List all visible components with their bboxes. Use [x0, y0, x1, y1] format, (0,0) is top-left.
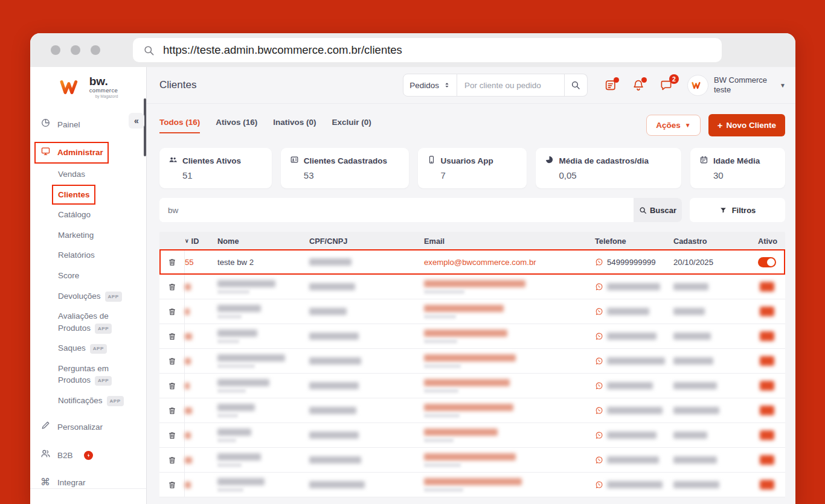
window-control-dot[interactable]	[71, 45, 80, 55]
sidebar-item-administrar[interactable]: Administrar	[30, 141, 146, 165]
sidebar-footer	[30, 488, 146, 504]
novo-cliente-button[interactable]: + Novo Cliente	[708, 114, 785, 136]
delete-button[interactable]	[159, 275, 185, 299]
bell-icon[interactable]	[632, 78, 645, 92]
updates-icon[interactable]	[604, 78, 617, 92]
cell-telefone: 54999999999	[595, 258, 673, 267]
id-card-icon	[290, 155, 299, 166]
delete-button[interactable]	[159, 324, 185, 348]
redacted-blob	[607, 357, 665, 365]
table-row[interactable]	[159, 398, 785, 423]
sidebar-item-catalogo[interactable]: Catálogo	[30, 205, 146, 225]
table-row[interactable]	[159, 349, 785, 374]
sidebar-item-relatorios[interactable]: Relatórios	[30, 245, 146, 266]
trash-icon	[168, 332, 176, 341]
redacted-blob	[673, 407, 719, 414]
address-bar[interactable]: https://teste.admin.bwcommerce.com.br/cl…	[133, 38, 722, 62]
table-row[interactable]	[159, 374, 785, 398]
sidebar-item-notificacoes[interactable]: NotificaçõesAPP	[30, 391, 146, 411]
table-row[interactable]	[159, 473, 785, 497]
cell-cadastro	[673, 481, 749, 488]
table-row[interactable]: 55teste bw 2exemplo@bwcommerce.com.br549…	[159, 250, 785, 275]
sidebar-item-clientes[interactable]: Clientes	[30, 185, 146, 205]
app-badge: APP	[95, 376, 112, 386]
whatsapp-icon	[595, 258, 603, 266]
redacted-blob	[673, 382, 717, 389]
redacted-blob	[185, 432, 191, 439]
sidebar-item-perguntas-em-produtos[interactable]: Perguntas em ProdutosAPP	[30, 359, 146, 391]
window-control-dot[interactable]	[51, 45, 60, 55]
cell-telefone	[595, 282, 673, 291]
tab-todos[interactable]: Todos (16)	[159, 118, 200, 133]
trash-icon	[168, 258, 176, 267]
delete-button[interactable]	[159, 398, 185, 423]
chat-icon[interactable]: 2	[660, 78, 673, 92]
sidebar-item-avaliacoes-de-produtos[interactable]: Avaliações de ProdutosAPP	[30, 306, 146, 338]
cell-cadastro	[673, 456, 749, 464]
cell-telefone	[595, 480, 673, 489]
sidebar-item-devolucoes[interactable]: DevoluçõesAPP	[30, 286, 146, 307]
sidebar-collapse-button[interactable]: «	[129, 113, 144, 129]
table-row[interactable]	[159, 423, 785, 448]
redacted-blob	[217, 354, 285, 362]
stat-label: Usuarios App	[441, 156, 493, 165]
active-toggle-redacted	[760, 356, 774, 366]
window-controls	[51, 45, 100, 55]
acoes-button[interactable]: Ações ▼	[646, 115, 700, 136]
delete-button[interactable]	[159, 250, 185, 274]
sidebar-item-label: Vendas	[58, 170, 85, 179]
whatsapp-icon	[595, 357, 603, 365]
redacted-blob	[217, 330, 257, 337]
redacted-blob	[185, 482, 191, 488]
tab-ativos[interactable]: Ativos (16)	[216, 118, 257, 133]
search-scope-select[interactable]: Pedidos	[403, 74, 457, 97]
cell-telefone	[595, 456, 673, 464]
user-menu[interactable]: BW Commerce teste ▼	[687, 75, 786, 96]
redacted-blob	[673, 357, 713, 365]
browser-window: https://teste.admin.bwcommerce.com.br/cl…	[30, 33, 795, 504]
active-toggle[interactable]	[758, 257, 776, 267]
sidebar-item-saques[interactable]: SaquesAPP	[30, 338, 146, 359]
table-row[interactable]	[159, 448, 785, 473]
buscar-button[interactable]: Buscar	[634, 198, 682, 222]
window-control-dot[interactable]	[91, 45, 100, 55]
cell-cpf	[309, 308, 424, 315]
delete-button[interactable]	[159, 374, 185, 398]
global-search-input[interactable]	[457, 74, 565, 97]
filtros-button[interactable]: Filtros	[690, 198, 785, 222]
tab-excluir[interactable]: Excluir (0)	[332, 118, 371, 133]
active-toggle-redacted	[760, 430, 774, 440]
sidebar-item-vendas[interactable]: Vendas	[30, 164, 146, 185]
redacted-blob	[217, 438, 236, 442]
sidebar-scrollbar-thumb[interactable]	[144, 98, 146, 156]
tab-inativos[interactable]: Inativos (0)	[273, 118, 316, 133]
delete-button[interactable]	[159, 448, 185, 472]
sidebar-item-personalizar[interactable]: Personalizar	[30, 415, 146, 439]
active-toggle-redacted	[760, 282, 774, 292]
global-search-button[interactable]	[565, 74, 588, 97]
delete-button[interactable]	[159, 299, 185, 324]
stat-card-media-de-cadastros-dia: Média de cadastros/dia0,05	[536, 148, 681, 188]
delete-button[interactable]	[159, 349, 185, 373]
sidebar-item-b2b[interactable]: B2B	[30, 444, 146, 467]
redacted-blob	[607, 407, 663, 414]
brand-logo: bw. commerce by Magazord	[30, 67, 146, 104]
table-row[interactable]	[159, 324, 785, 349]
client-phone: 54999999999	[607, 258, 656, 267]
column-header-id[interactable]: ∨ID	[185, 237, 217, 246]
delete-button[interactable]	[159, 423, 185, 447]
sidebar-item-label: Score	[58, 271, 79, 280]
client-search-input[interactable]	[159, 198, 634, 222]
logo-name: bw.	[89, 76, 108, 87]
logo-line2: commerce	[89, 87, 118, 94]
sidebar-item-score[interactable]: Score	[30, 266, 146, 286]
table-row[interactable]	[159, 275, 785, 299]
delete-button[interactable]	[159, 473, 185, 497]
redacted-blob	[217, 478, 265, 485]
client-email-link[interactable]: exemplo@bwcommerce.com.br	[424, 258, 536, 267]
redacted-blob	[185, 284, 191, 290]
table-row[interactable]	[159, 299, 785, 324]
stat-value: 0,05	[559, 170, 672, 180]
sidebar-item-marketing[interactable]: Marketing	[30, 225, 146, 246]
cell-id	[185, 358, 217, 365]
